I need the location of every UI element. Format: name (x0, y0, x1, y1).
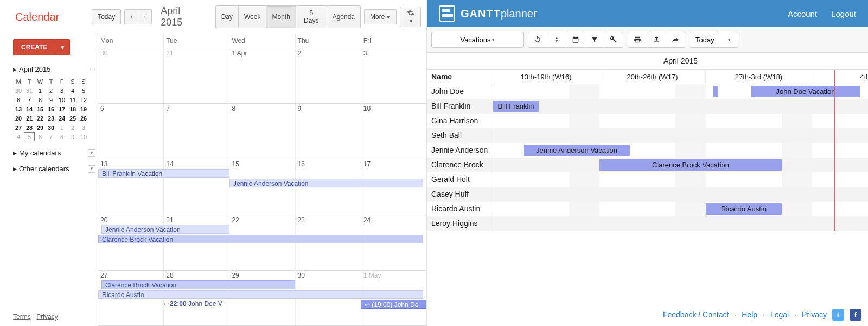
mini-day[interactable]: 3 (56, 86, 67, 95)
day-cell[interactable]: 9 (295, 104, 361, 159)
timeline-row[interactable]: Jennie Anderson Vacation (493, 143, 868, 158)
gantt-bar[interactable]: Ricardo Austin (706, 203, 782, 215)
mini-day[interactable]: 2 (67, 123, 78, 132)
gantt-bar[interactable] (713, 86, 718, 97)
gcal-logo[interactable]: Calendar (15, 11, 59, 23)
mini-day[interactable]: 6 (13, 95, 24, 104)
timeline-row[interactable] (493, 187, 868, 202)
mini-day[interactable]: 4 (13, 132, 24, 141)
privacy-link[interactable]: Privacy (36, 313, 58, 321)
person-row[interactable]: Seth Ball (427, 128, 493, 143)
gp-today-dropdown[interactable]: ▾ (720, 32, 738, 48)
dropdown-icon[interactable]: ▼ (88, 149, 95, 157)
day-cell[interactable]: 14 (163, 159, 229, 214)
mini-day[interactable]: 30 (13, 86, 24, 95)
mini-day[interactable]: 17 (56, 104, 67, 114)
mini-day[interactable]: 19 (78, 104, 89, 114)
refresh-button[interactable] (528, 32, 547, 48)
mini-day[interactable]: 23 (46, 114, 56, 123)
mini-day[interactable]: 5 (24, 132, 35, 141)
person-row[interactable]: Casey Huff (427, 187, 493, 202)
other-calendars-section[interactable]: ▶ Other calendars ▼ (13, 165, 95, 173)
person-row[interactable]: Gina Harrison (427, 114, 493, 128)
view-week[interactable]: Week (238, 5, 266, 28)
mini-next[interactable]: › (94, 66, 95, 72)
day-cell[interactable]: 1 Apr (229, 48, 295, 103)
mini-day[interactable]: 21 (24, 114, 35, 123)
timeline-row[interactable] (493, 114, 868, 128)
mini-day[interactable]: 9 (67, 132, 78, 141)
calendar-event[interactable]: Clarence Brock Vacation (98, 235, 423, 243)
mini-day[interactable]: 12 (78, 95, 89, 104)
timeline-row[interactable] (493, 172, 868, 187)
settings-button[interactable]: ▼ (400, 7, 421, 28)
calendar-event[interactable]: ↩ (19:00) John Do (361, 300, 426, 309)
calendar-event[interactable]: Jennie Anderson Vacation (101, 225, 229, 234)
export-button[interactable] (647, 32, 666, 48)
view-agenda[interactable]: Agenda (327, 5, 361, 28)
mini-day[interactable]: 15 (35, 104, 46, 114)
timeline-row[interactable]: Clarence Brock Vacation (493, 158, 868, 172)
dropdown-icon[interactable]: ▼ (88, 165, 95, 173)
mini-cal-header[interactable]: ▶ April 2015 ‹› (13, 65, 95, 73)
mini-day[interactable]: 3 (78, 123, 89, 132)
mini-day[interactable]: 6 (35, 132, 46, 141)
mini-day[interactable]: 31 (24, 86, 35, 95)
mini-day[interactable]: 20 (13, 114, 24, 123)
prev-button[interactable]: ‹ (124, 9, 138, 24)
vacations-dropdown[interactable]: Vacations ▾ (431, 32, 524, 48)
wrench-button[interactable] (604, 32, 623, 48)
create-button[interactable]: CREATE (13, 39, 55, 55)
gp-today-button[interactable]: Today (690, 32, 720, 48)
mini-day[interactable]: 30 (46, 123, 56, 132)
mini-day[interactable]: 25 (67, 114, 78, 123)
help-link[interactable]: Help (742, 310, 757, 319)
day-cell[interactable]: 8 (229, 104, 295, 159)
calendar-event[interactable]: Clarence Brock Vacation (101, 280, 295, 289)
mini-day[interactable]: 27 (13, 123, 24, 132)
gp-privacy-link[interactable]: Privacy (802, 310, 827, 319)
person-row[interactable]: John Doe (427, 84, 493, 99)
person-row[interactable]: Ricardo Austin (427, 202, 493, 216)
legal-link[interactable]: Legal (770, 310, 789, 319)
gp-logo[interactable]: GANTTplanner (439, 5, 537, 22)
more-button[interactable]: More▼ (364, 9, 397, 24)
day-cell[interactable]: 3 (361, 48, 426, 103)
timeline-row[interactable]: Ricardo Austin (493, 202, 868, 216)
day-cell[interactable]: 31 (163, 48, 229, 103)
mini-day[interactable]: 8 (35, 95, 46, 104)
mini-day[interactable]: 4 (67, 86, 78, 95)
mini-day[interactable]: 24 (56, 114, 67, 123)
person-row[interactable]: Gerald Holt (427, 172, 493, 187)
day-cell[interactable]: 13 (98, 159, 163, 214)
person-row[interactable]: Clarence Brock (427, 158, 493, 172)
calendar-event[interactable]: Ricardo Austin (98, 290, 423, 299)
logout-link[interactable]: Logout (831, 9, 856, 18)
view-5days[interactable]: 5 Days (296, 5, 327, 28)
mini-day[interactable]: 10 (56, 95, 67, 104)
mini-day[interactable]: 22 (35, 114, 46, 123)
gp-timeline[interactable]: 13th-19th (W16)20th-26th (W17)27th-3rd (… (493, 70, 868, 231)
mini-day[interactable]: 29 (35, 123, 46, 132)
mini-day[interactable]: 2 (46, 86, 56, 95)
twitter-icon[interactable]: t (832, 309, 844, 321)
mini-day[interactable]: 1 (56, 123, 67, 132)
person-row[interactable]: Bill Franklin (427, 99, 493, 114)
mini-day[interactable]: 10 (78, 132, 89, 141)
gantt-bar[interactable]: John Doe Vacation (751, 86, 860, 97)
mini-day[interactable]: 5 (78, 86, 89, 95)
my-calendars-section[interactable]: ▶ My calendars ▼ (13, 149, 95, 157)
mini-day[interactable]: 9 (46, 95, 56, 104)
print-button[interactable] (628, 32, 647, 48)
month-grid[interactable]: 30311 Apr236789101314151617Bill Franklin… (98, 48, 426, 326)
facebook-icon[interactable]: f (850, 309, 861, 321)
terms-link[interactable]: Terms (13, 313, 31, 321)
next-button[interactable]: › (138, 9, 152, 24)
mini-day[interactable]: 14 (24, 104, 35, 114)
mini-day[interactable]: 8 (56, 132, 67, 141)
sort-button[interactable] (547, 32, 566, 48)
mini-day[interactable]: 7 (46, 132, 56, 141)
view-month[interactable]: Month (266, 5, 296, 28)
calendar-button[interactable] (566, 32, 585, 48)
mini-day[interactable]: 26 (78, 114, 89, 123)
